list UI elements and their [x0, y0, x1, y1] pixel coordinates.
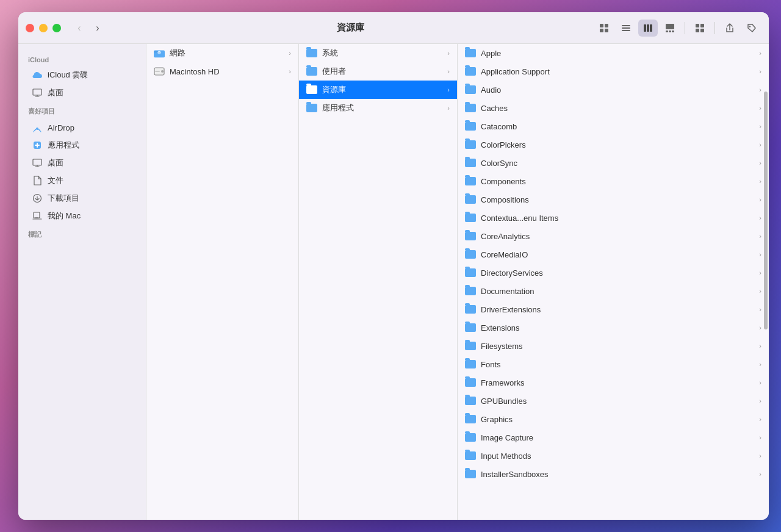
col3-image-capture[interactable]: Image Capture › — [458, 428, 769, 447]
svg-point-18 — [749, 26, 750, 27]
gpubundles-folder-icon — [465, 395, 476, 406]
coreanalytics-folder-icon — [465, 231, 476, 242]
sidebar-item-documents[interactable]: 文件 — [22, 172, 142, 189]
coremediaio-folder-icon — [465, 249, 476, 260]
col1-hd-chevron: › — [289, 68, 291, 75]
tag-button[interactable] — [742, 20, 761, 37]
col3-caches-label: Caches — [481, 104, 508, 113]
caches-folder-icon — [465, 102, 476, 113]
sidebar-item-label: 下載項目 — [48, 193, 79, 204]
directoryservices-folder-icon — [465, 267, 476, 278]
view-gallery-button[interactable] — [660, 20, 680, 37]
svg-rect-22 — [33, 159, 41, 165]
view-column-button[interactable] — [638, 20, 658, 37]
col3-frameworks[interactable]: Frameworks › — [458, 373, 769, 392]
col3-installer-sandboxes[interactable]: InstallerSandboxes › — [458, 465, 769, 483]
col3-coremediaio[interactable]: CoreMediaIO › — [458, 245, 769, 264]
col2-users-chevron: › — [447, 68, 450, 75]
sidebar-item-label: 文件 — [48, 175, 63, 186]
col3-directoryservices-label: DirectoryServices — [481, 268, 543, 278]
col2-users[interactable]: 使用者 › — [299, 62, 457, 81]
col3-apple-chevron: › — [759, 49, 761, 57]
inputmethods-folder-icon — [465, 450, 476, 461]
col3-caches-chevron: › — [759, 104, 761, 112]
sidebar-item-airdrop[interactable]: AirDrop — [22, 119, 142, 136]
close-button[interactable] — [26, 24, 34, 32]
sidebar-item-downloads[interactable]: 下載項目 — [22, 190, 142, 207]
col3-application-support[interactable]: Application Support › — [458, 62, 769, 81]
sidebar-item-label: 桌面 — [48, 157, 63, 168]
col3-filesystems[interactable]: Filesystems › — [458, 337, 769, 355]
svg-rect-7 — [644, 24, 646, 32]
col1-macintosh-hd-label: Macintosh HD — [170, 67, 220, 76]
svg-rect-15 — [700, 24, 704, 27]
col3-contextual-menu-items[interactable]: Contextua...enu Items › — [458, 209, 769, 227]
back-button[interactable]: ‹ — [71, 20, 88, 37]
sidebar-item-label: AirDrop — [48, 123, 74, 132]
toolbar-separator-2 — [714, 22, 715, 34]
sidebar-item-applications[interactable]: 應用程式 — [22, 137, 142, 154]
col2-applications-label: 應用程式 — [322, 102, 354, 113]
col3-compositions[interactable]: Compositions › — [458, 190, 769, 209]
col2-applications[interactable]: 應用程式 › — [299, 99, 457, 117]
documents-icon — [32, 175, 43, 186]
colorpickers-folder-icon — [465, 139, 476, 150]
col2-applications-chevron: › — [447, 104, 450, 112]
share-button[interactable] — [720, 20, 740, 37]
col3-catacomb[interactable]: Catacomb › — [458, 117, 769, 135]
view-list-button[interactable] — [616, 20, 636, 37]
col3-driverextensions[interactable]: DriverExtensions › — [458, 300, 769, 318]
col3-apple[interactable]: Apple › — [458, 44, 769, 62]
desktop-icon — [32, 87, 43, 98]
column-1: 網路 › Macintosh HD › — [146, 44, 299, 520]
svg-rect-3 — [605, 29, 608, 32]
col3-gpubundles[interactable]: GPUBundles › — [458, 392, 769, 410]
view-grid-button[interactable] — [594, 20, 614, 37]
col3-frameworks-label: Frameworks — [481, 378, 525, 387]
maximize-button[interactable] — [52, 24, 61, 32]
col3-colorpickers[interactable]: ColorPickers › — [458, 135, 769, 154]
col3-components[interactable]: Components › — [458, 172, 769, 190]
downloads-icon — [32, 193, 43, 204]
col3-filesystems-chevron: › — [759, 342, 761, 350]
col2-library-chevron: › — [447, 86, 450, 93]
col3-caches[interactable]: Caches › — [458, 99, 769, 117]
col3-colorsync[interactable]: ColorSync › — [458, 154, 769, 172]
col3-documentation[interactable]: Documentation › — [458, 282, 769, 300]
group-button[interactable] — [690, 20, 710, 37]
col3-extensions-label: Extensions — [481, 323, 520, 332]
col3-compositions-label: Compositions — [481, 195, 529, 204]
svg-rect-13 — [672, 31, 674, 32]
tags-section-label: 標記 — [18, 225, 146, 242]
col3-extensions[interactable]: Extensions › — [458, 318, 769, 337]
sidebar-item-icloud-drive[interactable]: iCloud 雲碟 — [22, 66, 142, 84]
svg-rect-10 — [666, 24, 674, 29]
col3-catacomb-chevron: › — [759, 123, 761, 130]
imagecapture-folder-icon — [465, 432, 476, 443]
sidebar-item-desktop2[interactable]: 桌面 — [22, 154, 142, 171]
col3-directoryservices[interactable]: DirectoryServices › — [458, 264, 769, 282]
sidebar-item-my-mac[interactable]: 我的 Mac — [22, 207, 142, 225]
col2-system[interactable]: 系統 › — [299, 44, 457, 62]
col3-fonts[interactable]: Fonts › — [458, 355, 769, 373]
svg-rect-5 — [622, 27, 630, 29]
col3-appsupport-chevron: › — [759, 68, 761, 75]
col3-graphics[interactable]: Graphics › — [458, 410, 769, 428]
col1-macintosh-hd[interactable]: Macintosh HD › — [146, 62, 298, 81]
airdrop-icon — [32, 122, 43, 133]
sidebar-item-desktop[interactable]: 桌面 — [22, 84, 142, 101]
col3-audio[interactable]: Audio › — [458, 81, 769, 99]
column-3: Apple › Application Support › Audio › — [458, 44, 769, 520]
col3-coreanalytics[interactable]: CoreAnalytics › — [458, 227, 769, 245]
svg-rect-1 — [605, 24, 608, 27]
library-folder-icon — [306, 84, 317, 95]
sidebar: iCloud iCloud 雲碟 桌面 喜好項目 — [18, 44, 146, 520]
col2-library[interactable]: 資源庫 › — [299, 81, 457, 99]
svg-rect-11 — [666, 31, 668, 32]
col3-input-methods[interactable]: Input Methods › — [458, 447, 769, 465]
forward-button[interactable]: › — [89, 20, 106, 37]
window-title: 資源庫 — [111, 22, 589, 34]
minimize-button[interactable] — [39, 24, 48, 32]
col3-coreanalytics-chevron: › — [759, 232, 761, 240]
col1-network[interactable]: 網路 › — [146, 44, 298, 62]
